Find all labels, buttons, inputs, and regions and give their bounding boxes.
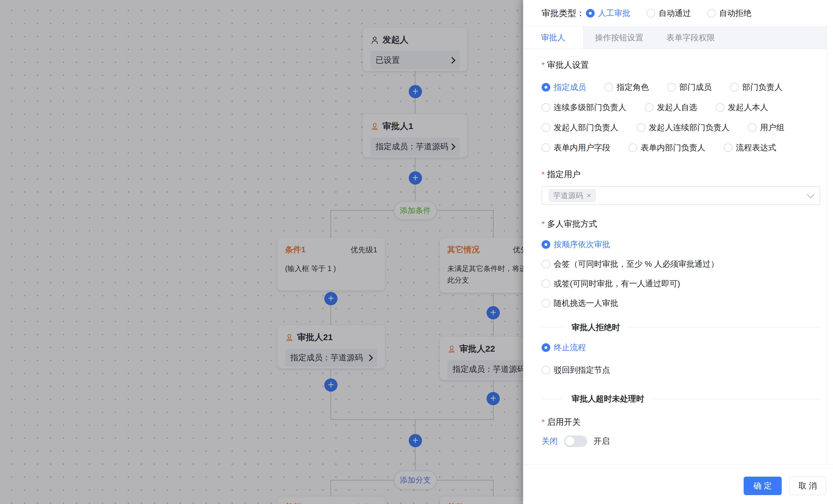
approval-type-radio-auto-pass[interactable]: 自动通过 xyxy=(646,8,691,19)
radio-icon xyxy=(542,279,550,288)
multi-approve-radio-random[interactable]: 随机挑选一人审批 xyxy=(542,298,820,308)
radio-icon xyxy=(542,343,550,352)
approver-setting-radio-5[interactable]: 发起人自选 xyxy=(645,103,697,112)
tag-close-icon[interactable]: × xyxy=(587,192,591,200)
radio-icon xyxy=(716,103,724,112)
multi-approve-radio-sequential[interactable]: 按顺序依次审批 xyxy=(542,240,820,249)
multi-approve-radio-or-sign[interactable]: 或签(可同时审批，有一人通过即可) xyxy=(542,279,820,288)
tab-action-button-settings[interactable]: 操作按钮设置 xyxy=(584,27,655,49)
required-mark: * xyxy=(542,220,545,229)
drawer-tabs: 审批人 操作按钮设置 表单字段权限 xyxy=(523,26,827,49)
required-mark: * xyxy=(542,60,545,70)
approval-type-row: 审批类型： 人工审批 自动通过 自动拒绝 xyxy=(523,0,833,26)
timeout-section-divider: 审批人超时未处理时 xyxy=(542,394,820,404)
enable-switch-label: * 启用开关 xyxy=(542,417,820,428)
radio-icon xyxy=(645,103,653,112)
approver-setting-radio-6[interactable]: 发起人本人 xyxy=(716,103,768,112)
radio-icon xyxy=(542,83,550,92)
chevron-down-icon xyxy=(807,191,814,198)
radio-icon xyxy=(586,9,595,18)
tab-approver[interactable]: 审批人 xyxy=(523,27,584,49)
approver-setting-label: * 审批人设置 xyxy=(542,59,820,71)
reject-radio-terminate[interactable]: 终止流程 xyxy=(542,343,820,353)
approver-setting-radio-group: 指定成员 指定角色 部门成员 部门负责人 连续多级部门负责人 发起人自选 发起人… xyxy=(542,82,820,153)
radio-icon xyxy=(542,103,550,112)
radio-icon xyxy=(667,83,676,92)
approver-setting-radio-3[interactable]: 部门负责人 xyxy=(730,82,783,92)
multi-approve-label: * 多人审批方式 xyxy=(542,218,820,230)
timeout-switch-row: 关闭 开启 xyxy=(542,435,820,448)
scrollbar-track[interactable] xyxy=(827,49,827,464)
approver-setting-radio-0[interactable]: 指定成员 xyxy=(542,82,586,92)
radio-icon xyxy=(604,83,613,92)
approver-setting-radio-1[interactable]: 指定角色 xyxy=(604,82,649,92)
approver-setting-radio-2[interactable]: 部门成员 xyxy=(667,82,712,92)
radio-icon xyxy=(748,123,757,132)
assign-user-label: * 指定用户 xyxy=(542,169,820,180)
approver-setting-radio-8[interactable]: 发起人连续部门负责人 xyxy=(637,123,730,132)
switch-on-label: 开启 xyxy=(593,436,610,447)
switch-off-label: 关闭 xyxy=(542,436,558,447)
approver-setting-radio-4[interactable]: 连续多级部门负责人 xyxy=(542,103,626,112)
reject-radio-group: 终止流程 驳回到指定节点 xyxy=(542,343,820,375)
tab-form-field-permissions[interactable]: 表单字段权限 xyxy=(655,27,727,49)
radio-icon xyxy=(724,144,732,152)
reject-section-divider: 审批人拒绝时 xyxy=(542,322,820,333)
radio-icon xyxy=(629,144,637,152)
approver-setting-radio-12[interactable]: 流程表达式 xyxy=(724,143,776,153)
approval-type-radio-auto-reject[interactable]: 自动拒绝 xyxy=(707,8,752,19)
approver-setting-radio-11[interactable]: 表单内部门负责人 xyxy=(629,143,705,153)
radio-icon xyxy=(646,9,655,18)
reject-section-title: 审批人拒绝时 xyxy=(563,322,629,333)
enable-switch-toggle[interactable] xyxy=(564,435,587,447)
workflow-designer-page: 发起人 已设置 审批人1 指定成员：芋道源码 添加条件 xyxy=(0,0,833,504)
radio-icon xyxy=(542,240,550,249)
drawer-footer: 确 定 取 消 xyxy=(523,464,833,504)
radio-icon xyxy=(542,366,550,374)
radio-icon xyxy=(730,83,739,92)
approver-setting-radio-9[interactable]: 用户组 xyxy=(748,123,784,132)
radio-icon xyxy=(542,299,550,308)
cancel-button[interactable]: 取 消 xyxy=(789,477,826,495)
user-tag: 芋道源码 × xyxy=(548,189,596,202)
approval-config-drawer: 审批类型： 人工审批 自动通过 自动拒绝 审批人 操作按钮设置 表单字段权限 *… xyxy=(523,0,833,504)
approval-type-label: 审批类型： xyxy=(542,7,585,19)
radio-icon xyxy=(542,144,550,152)
assign-user-select[interactable]: 芋道源码 × xyxy=(542,186,820,205)
radio-icon xyxy=(637,123,645,132)
required-mark: * xyxy=(542,418,545,427)
approver-setting-radio-7[interactable]: 发起人部门负责人 xyxy=(542,123,618,132)
radio-icon xyxy=(542,123,550,132)
confirm-button[interactable]: 确 定 xyxy=(744,477,782,495)
radio-icon xyxy=(542,260,550,269)
approver-setting-radio-10[interactable]: 表单内用户字段 xyxy=(542,143,610,153)
drawer-scroll-body[interactable]: * 审批人设置 指定成员 指定角色 部门成员 部门负责人 连续多级部门负责人 发… xyxy=(523,49,833,449)
multi-approve-radio-countersign[interactable]: 会签（可同时审批，至少 % 人必须审批通过） xyxy=(542,259,820,269)
approval-type-radio-manual[interactable]: 人工审批 xyxy=(586,8,630,19)
radio-icon xyxy=(707,9,716,18)
multi-approve-radio-group: 按顺序依次审批 会签（可同时审批，至少 % 人必须审批通过） 或签(可同时审批，… xyxy=(542,240,820,308)
reject-radio-return-node[interactable]: 驳回到指定节点 xyxy=(542,365,820,375)
timeout-section-title: 审批人超时未处理时 xyxy=(563,394,653,404)
required-mark: * xyxy=(542,170,545,179)
